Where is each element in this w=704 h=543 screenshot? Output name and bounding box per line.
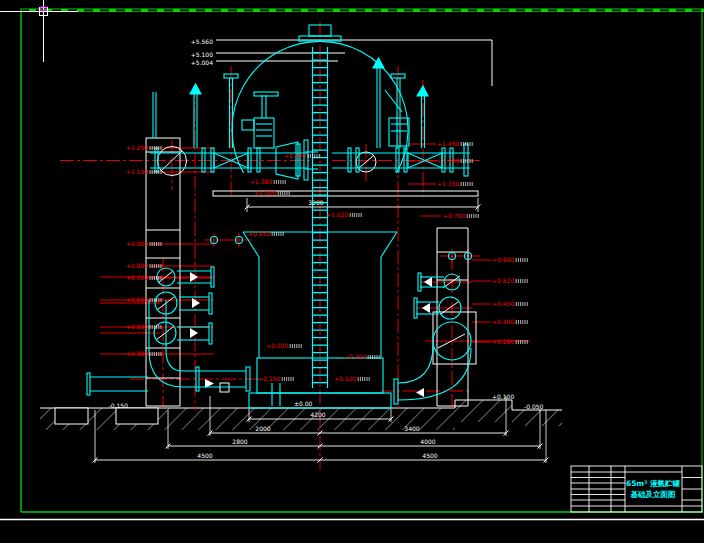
elevation-label: +0.100: [334, 375, 356, 382]
elevation-label: +0.900: [126, 240, 148, 247]
elevation-label: +1.020: [326, 211, 348, 218]
elevation-label: +0.500: [126, 323, 148, 330]
elevation-label: +1.250: [126, 144, 148, 151]
elevation-label: +5.004: [191, 59, 213, 66]
elevation-label: +0.400: [344, 353, 366, 360]
foundation-block: [55, 408, 88, 424]
elevation-label: +1.150: [126, 168, 148, 175]
elevation-label: +0.200: [266, 342, 288, 349]
elevation-label: +1.380: [250, 178, 272, 185]
elevation-label: +0.450: [492, 300, 514, 307]
elevation-label: +0.300: [126, 350, 148, 357]
elevation-label: +1.000: [254, 189, 276, 196]
elevation-label: +0.100: [492, 393, 514, 400]
elevation-label: -0.150: [109, 402, 129, 409]
dimension-value: 4500: [197, 452, 212, 459]
elevation-label: +0.400: [492, 318, 514, 325]
elevation-label: +1.500: [284, 152, 306, 159]
dimension-value: 2000: [255, 425, 270, 432]
elevation-label: +1.380: [437, 157, 459, 164]
elevation-label: +0.700: [443, 212, 465, 219]
dimension-value: 4000: [420, 438, 435, 445]
elevation-label: +0.720: [126, 274, 148, 281]
canvas-background: [0, 0, 704, 543]
elevation-label: ±0.00: [294, 400, 313, 407]
dimension-value: 4500: [422, 452, 437, 459]
elevation-label: +0.800: [126, 262, 148, 269]
title-block-drawing-name: 65m³ 液氨贮罐: [626, 479, 681, 488]
dimension-value: 2800: [232, 438, 247, 445]
cad-viewport: 65m³ 液氨贮罐 基础及立面图 +5.560+5.100+5.004+1.25…: [0, 0, 704, 543]
foundation-block: [116, 408, 158, 424]
elevation-label: +0.850: [248, 230, 270, 237]
elevation-label: +0.650: [126, 296, 148, 303]
cad-canvas[interactable]: 65m³ 液氨贮罐 基础及立面图 +5.560+5.100+5.004+1.25…: [0, 0, 704, 543]
elevation-label: +0.600: [492, 256, 514, 263]
elevation-label: +5.100: [191, 51, 213, 58]
title-block-drawing-type: 基础及立面图: [630, 490, 676, 499]
elevation-label: +1.450: [437, 140, 459, 147]
elevation-label: +0.280: [492, 338, 514, 345]
elevation-label: +0.150: [258, 375, 280, 382]
dimension-value: 4200: [310, 411, 325, 418]
elevation-label: +0.520: [492, 277, 514, 284]
elevation-label: -0.050: [524, 403, 544, 410]
dimension-value: 3200: [308, 199, 323, 206]
dimension-value: 3400: [404, 425, 419, 432]
elevation-label: +5.560: [191, 38, 213, 45]
elevation-label: +1.150: [437, 180, 459, 187]
